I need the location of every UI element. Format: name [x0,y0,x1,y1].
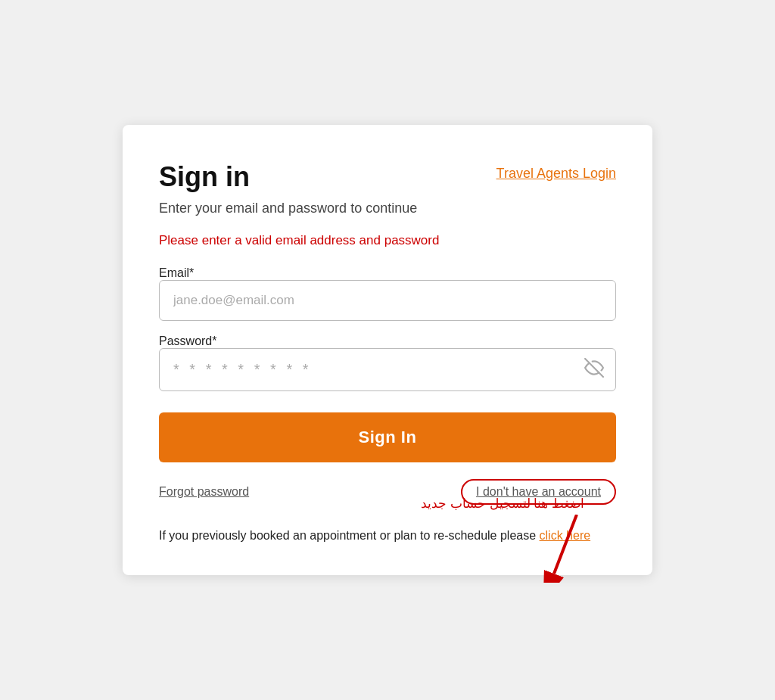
password-input[interactable] [159,348,616,391]
sign-in-button[interactable]: Sign In [159,412,616,462]
login-card: اضغط هنا لتسجيل حساب جديد Sign in Travel… [123,125,652,576]
toggle-password-icon[interactable] [584,358,604,381]
page-title: Sign in [159,161,250,193]
header-row: Sign in Travel Agents Login [159,161,616,193]
password-wrapper [159,348,616,391]
error-message: Please enter a valid email address and p… [159,232,616,250]
bottom-info-text: If you previously booked an appointment … [159,529,540,542]
bottom-links-row: Forgot password I don't have an account [159,479,616,505]
click-here-link[interactable]: click here [540,529,591,542]
email-label: Email* [159,266,194,279]
subtitle-text: Enter your email and password to continu… [159,199,616,218]
no-account-link[interactable]: I don't have an account [461,479,616,505]
red-arrow-icon [539,515,584,583]
forgot-password-link[interactable]: Forgot password [159,485,249,499]
password-label: Password* [159,334,216,347]
travel-agents-link[interactable]: Travel Agents Login [496,166,616,182]
bottom-info: If you previously booked an appointment … [159,526,616,546]
email-input[interactable] [159,280,616,321]
